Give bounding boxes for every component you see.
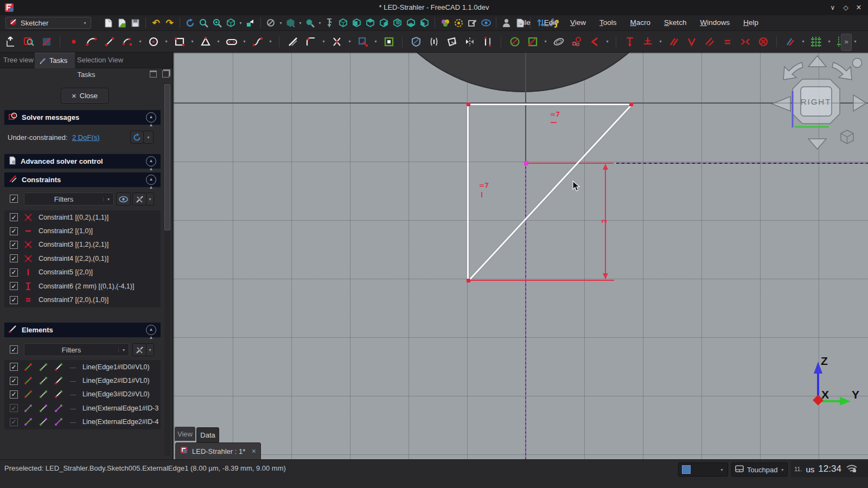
- navigation-cube[interactable]: RIGHT: [764, 55, 868, 152]
- top-view-button[interactable]: [364, 16, 376, 29]
- constraint-row[interactable]: ✓ Constraint6 (2 mm) [(0,1),(-4,1)]: [4, 279, 161, 293]
- scrollbar-thumb[interactable]: [164, 84, 170, 230]
- dimension-value-label[interactable]: 2: [601, 219, 608, 223]
- chevron-down-icon[interactable]: ▾: [216, 39, 221, 44]
- user-tools-button[interactable]: [500, 16, 513, 29]
- element-checkbox[interactable]: ✓: [10, 404, 18, 412]
- axonometric-view-button[interactable]: [284, 16, 297, 29]
- chevron-down-icon[interactable]: ▾: [138, 39, 143, 44]
- constraint-checkbox[interactable]: ✓: [10, 282, 18, 290]
- chevron-down-icon[interactable]: ▾: [321, 39, 326, 44]
- convert-geometry-button[interactable]: [587, 34, 602, 50]
- constraint-row[interactable]: ✓ Constraint1 [(0,2),(1,1)]: [4, 210, 161, 224]
- external-edge-horizontal[interactable]: [616, 163, 868, 164]
- maximize-button[interactable]: ◇: [840, 0, 852, 15]
- save-button[interactable]: [129, 16, 142, 29]
- map-sketch-button[interactable]: [444, 34, 459, 50]
- mirror-sketch-button[interactable]: [462, 34, 477, 50]
- trim-button[interactable]: [329, 34, 344, 50]
- element-checkbox[interactable]: ✓: [10, 377, 18, 385]
- create-arc-button[interactable]: [84, 34, 99, 50]
- chevron-down-icon[interactable]: ▾: [268, 39, 273, 44]
- create-polygon-button[interactable]: [198, 34, 213, 50]
- view-section-button[interactable]: [39, 34, 54, 50]
- external-geometry-button[interactable]: [355, 34, 370, 50]
- chevron-down-icon[interactable]: ▾: [242, 39, 247, 44]
- collapse-section-icon[interactable]: ▲▲: [146, 325, 156, 335]
- menu-sketch[interactable]: Sketch: [660, 15, 691, 30]
- constraints-filter-dropdown[interactable]: Filters ▾: [24, 192, 114, 206]
- menu-macro[interactable]: Macro: [626, 15, 655, 30]
- close-window-button[interactable]: ×: [853, 0, 865, 15]
- tab-tasks[interactable]: Tasks: [35, 53, 75, 68]
- fillet-button[interactable]: [303, 34, 318, 50]
- constrain-equal-button[interactable]: [720, 34, 735, 50]
- constraint-row[interactable]: ✓ Constraint3 [(1,2),(2,1)]: [4, 238, 161, 252]
- sketch-line-top[interactable]: [468, 104, 631, 105]
- elements-header[interactable]: Elements ▲▲: [4, 323, 161, 337]
- menu-windows[interactable]: Windows: [695, 15, 734, 30]
- view-sketch-button[interactable]: [21, 34, 36, 50]
- solver-messages-header[interactable]: Solver messages ▲▲: [4, 110, 161, 125]
- menu-file[interactable]: File: [514, 15, 535, 30]
- constrain-tangent-button[interactable]: [702, 34, 717, 50]
- constraint-checkbox[interactable]: ✓: [10, 227, 18, 235]
- zoom-tools-button[interactable]: [304, 16, 316, 29]
- tab-tree-view[interactable]: Tree view: [3, 53, 34, 68]
- constraint-checkbox[interactable]: ✓: [10, 268, 18, 277]
- carbon-copy-button[interactable]: [381, 34, 396, 50]
- fit-all-button[interactable]: [197, 16, 210, 29]
- create-point-button[interactable]: [66, 34, 81, 50]
- random-color-button[interactable]: [452, 16, 465, 29]
- elements-settings-arrow[interactable]: ▾: [146, 343, 154, 356]
- create-rectangle-button[interactable]: [172, 34, 187, 50]
- constrain-dimension-button[interactable]: [622, 34, 637, 50]
- close-tab-icon[interactable]: ×: [252, 447, 256, 455]
- elements-select-all-checkbox[interactable]: ✓: [10, 345, 18, 354]
- chevron-down-icon[interactable]: ▾: [543, 39, 548, 44]
- constraint-row[interactable]: ✓ Constraint5 [(2,0)]: [4, 266, 161, 279]
- chevron-down-icon[interactable]: ▾: [278, 21, 283, 25]
- solver-options-button[interactable]: ▾: [143, 131, 154, 144]
- workbench-selector[interactable]: Sketcher ▾: [5, 17, 91, 29]
- chevron-down-icon[interactable]: ▾: [605, 39, 610, 44]
- constrain-block-button[interactable]: [756, 34, 770, 50]
- bspline-knot-button[interactable]: [569, 34, 584, 50]
- new-document-button[interactable]: [102, 16, 114, 29]
- selected-edge-top[interactable]: [526, 163, 614, 164]
- element-checkbox[interactable]: ✓: [10, 390, 18, 399]
- element-checkbox[interactable]: ✓: [10, 363, 18, 371]
- solid-body-silhouette[interactable]: [360, 53, 686, 92]
- collapse-section-icon[interactable]: ▲▲: [146, 175, 156, 185]
- chevron-down-icon[interactable]: ▾: [853, 39, 858, 44]
- visibility-button[interactable]: [480, 16, 492, 29]
- constraints-settings-arrow[interactable]: ▾: [146, 192, 154, 206]
- element-row[interactable]: ✓ — Line(ExternalEdge1#ID-3: [4, 401, 161, 415]
- close-task-button[interactable]: × Close: [61, 88, 108, 104]
- chevron-down-icon[interactable]: ▾: [238, 21, 243, 25]
- leave-sketch-button[interactable]: [3, 34, 18, 50]
- create-line-button[interactable]: [102, 34, 117, 50]
- element-row[interactable]: ✓ — Line(Edge1#ID0#VL0): [4, 360, 161, 374]
- float-panel-icon[interactable]: [150, 70, 157, 78]
- wifi-icon[interactable]: [845, 463, 858, 476]
- redo-button[interactable]: ↷: [163, 16, 176, 29]
- chevron-down-icon[interactable]: ▾: [347, 39, 352, 44]
- internal-geometry-button[interactable]: [426, 34, 441, 50]
- constraint-checkbox[interactable]: ✓: [10, 241, 18, 249]
- elements-settings-button[interactable]: [132, 343, 146, 356]
- bspline-curvature-button[interactable]: [551, 34, 566, 50]
- open-document-button[interactable]: [116, 16, 128, 29]
- show-hide-constraints-button[interactable]: [116, 192, 131, 206]
- appearance-button[interactable]: [439, 16, 451, 29]
- create-polyline-button[interactable]: [250, 34, 265, 50]
- constrain-parallel-button[interactable]: [666, 34, 681, 50]
- collapse-section-icon[interactable]: ▲▲: [146, 156, 156, 166]
- vertical-constraint-marker[interactable]: [481, 192, 482, 197]
- menu-edit[interactable]: Edit: [540, 15, 561, 30]
- draw-style-none-button[interactable]: [265, 16, 277, 29]
- selected-edge-bottom[interactable]: [468, 280, 614, 281]
- refresh-button[interactable]: [184, 16, 196, 29]
- tab-selection-view[interactable]: Selection View: [77, 53, 123, 68]
- equal-constraint-marker[interactable]: =7: [550, 111, 560, 118]
